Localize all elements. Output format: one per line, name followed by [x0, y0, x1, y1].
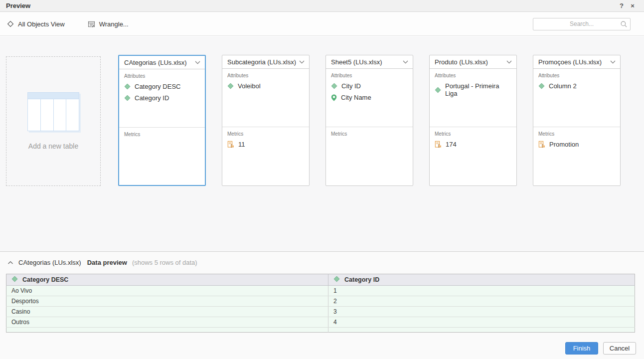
- metric-label: Promotion: [549, 141, 579, 148]
- chevron-down-icon[interactable]: [610, 60, 616, 64]
- attributes-label: Attributes: [538, 73, 615, 78]
- wrangle-label: Wrangle...: [99, 20, 129, 28]
- metrics-section: Metrics174: [430, 127, 516, 185]
- attribute-label: Category DESC: [135, 83, 180, 90]
- attribute-diamond-icon: [227, 83, 234, 89]
- metric-item[interactable]: 174: [435, 139, 511, 150]
- metrics-label: Metrics: [331, 131, 408, 137]
- metrics-label: Metrics: [435, 131, 511, 137]
- metric-label: 174: [446, 141, 457, 148]
- table-row: [6, 328, 635, 333]
- attribute-item[interactable]: City ID: [331, 80, 408, 92]
- cards-row: Add a new table CAtegorias (LUs.xlsx)Att…: [6, 55, 637, 186]
- wrangle-button[interactable]: Wrangle...: [88, 20, 129, 28]
- attribute-item[interactable]: Portugal - Primeira Liga: [435, 80, 511, 99]
- table-card-title: Subcategoria (LUs.xlsx): [227, 58, 299, 66]
- table-card[interactable]: Sheet5 (LUs.xlsx)AttributesCity IDCity N…: [325, 55, 413, 186]
- table-header-row: Category DESCCategory ID: [6, 274, 635, 286]
- attributes-section: AttributesColumn 2: [533, 69, 620, 127]
- metrics-label: Metrics: [124, 132, 200, 137]
- metric-item[interactable]: Promotion: [538, 139, 615, 150]
- metrics-section: Metrics: [119, 128, 205, 185]
- close-icon[interactable]: ×: [627, 2, 638, 9]
- search-box: [533, 18, 631, 30]
- table-cell: 2: [328, 296, 635, 307]
- table-row: Ao Vivo1: [6, 286, 635, 296]
- attributes-label: Attributes: [124, 73, 200, 79]
- search-input[interactable]: [533, 18, 631, 30]
- search-icon[interactable]: [620, 20, 628, 30]
- table-card[interactable]: Produto (LUs.xlsx)AttributesPortugal - P…: [429, 55, 517, 186]
- table-cell: 1: [328, 286, 635, 296]
- preview-table-name: CAtegorias (LUs.xlsx): [18, 259, 81, 266]
- table-row: Desportos2: [6, 296, 635, 307]
- attribute-diamond-icon: [333, 276, 340, 284]
- column-header-label: Category ID: [344, 276, 379, 283]
- attribute-label: Category ID: [135, 94, 169, 102]
- table-cell: [328, 328, 635, 333]
- data-preview-panel: CAtegorias (LUs.xlsx) Data preview (show…: [0, 252, 644, 359]
- preview-note: (shows 5 rows of data): [132, 259, 197, 266]
- table-cell: 4: [328, 317, 635, 328]
- table-card-header[interactable]: CAtegorias (LUs.xlsx): [119, 56, 205, 69]
- attribute-item[interactable]: Category DESC: [124, 81, 200, 92]
- chevron-down-icon[interactable]: [299, 60, 305, 64]
- attribute-label: Portugal - Primeira Liga: [445, 82, 511, 97]
- attributes-label: Attributes: [435, 73, 511, 78]
- table-cell: Desportos: [6, 296, 328, 307]
- help-icon[interactable]: ?: [616, 2, 627, 9]
- table-body: Ao Vivo1Desportos2Casino3Outros4: [6, 286, 635, 333]
- table-card-header[interactable]: Produto (LUs.xlsx): [430, 55, 516, 69]
- attribute-diamond-icon: [124, 83, 131, 90]
- diamond-outline-icon: [7, 20, 14, 27]
- attributes-label: Attributes: [331, 73, 408, 78]
- attribute-item[interactable]: City Name: [331, 92, 408, 103]
- table-card-header[interactable]: Subcategoria (LUs.xlsx): [222, 55, 309, 69]
- metrics-section: MetricsPromotion: [533, 127, 620, 185]
- table-card-title: Produto (LUs.xlsx): [435, 58, 506, 66]
- attributes-section: AttributesPortugal - Primeira Liga: [430, 69, 516, 127]
- preview-title: Data preview: [87, 259, 127, 266]
- chevron-down-icon[interactable]: [194, 60, 201, 65]
- metric-icon: [538, 141, 545, 148]
- toolbar: All Objects View Wrangle...: [0, 12, 644, 36]
- table-card-header[interactable]: Promoçoes (LUs.xlsx): [533, 55, 620, 69]
- attribute-label: Voleibol: [238, 82, 261, 90]
- all-objects-view-label: All Objects View: [18, 20, 65, 28]
- table-cell: 3: [328, 307, 635, 317]
- finish-button[interactable]: Finish: [565, 342, 598, 355]
- table-cell: [6, 328, 328, 333]
- table-card[interactable]: Promoçoes (LUs.xlsx)AttributesColumn 2Me…: [533, 55, 621, 186]
- chevron-down-icon[interactable]: [402, 60, 409, 64]
- attribute-item[interactable]: Category ID: [124, 92, 200, 104]
- metrics-section: Metrics11: [222, 127, 309, 185]
- metric-icon: [435, 141, 442, 148]
- column-header[interactable]: Category DESC: [6, 274, 328, 286]
- collapse-chevron-up-icon[interactable]: [7, 261, 13, 265]
- attribute-label: City Name: [341, 94, 371, 101]
- table-cell: Ao Vivo: [6, 286, 328, 296]
- table-placeholder-icon: [27, 92, 79, 131]
- add-new-table-button[interactable]: Add a new table: [6, 56, 101, 186]
- table-card-header[interactable]: Sheet5 (LUs.xlsx): [326, 55, 413, 69]
- table-card[interactable]: CAtegorias (LUs.xlsx)AttributesCategory …: [118, 55, 206, 186]
- attribute-item[interactable]: Column 2: [538, 80, 615, 92]
- metrics-section: Metrics: [326, 127, 413, 185]
- chevron-down-icon[interactable]: [506, 60, 512, 64]
- attribute-diamond-icon: [435, 87, 441, 93]
- column-header[interactable]: Category ID: [328, 274, 635, 286]
- metrics-label: Metrics: [538, 131, 615, 137]
- window-title: Preview: [6, 2, 30, 9]
- table-card-title: Sheet5 (LUs.xlsx): [331, 58, 402, 66]
- attribute-item[interactable]: Voleibol: [227, 80, 304, 92]
- table-card[interactable]: Subcategoria (LUs.xlsx)AttributesVoleibo…: [222, 55, 310, 186]
- all-objects-view-button[interactable]: All Objects View: [7, 20, 65, 28]
- data-preview-table: Category DESCCategory ID Ao Vivo1Desport…: [6, 274, 635, 333]
- metric-item[interactable]: 11: [227, 139, 304, 150]
- geo-pin-icon: [331, 94, 337, 101]
- cancel-button[interactable]: Cancel: [603, 342, 636, 355]
- table-cell: Casino: [6, 307, 328, 317]
- attributes-section: AttributesCity IDCity Name: [326, 69, 413, 127]
- table-row: Outros4: [6, 317, 635, 328]
- attribute-diamond-icon: [331, 83, 337, 89]
